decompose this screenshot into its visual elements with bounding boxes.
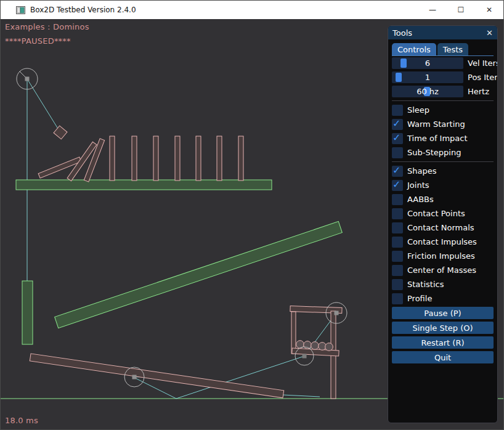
- checkbox-contact-impulses[interactable]: Contact Impulses: [392, 236, 494, 248]
- tools-panel-header[interactable]: Tools ✕: [388, 26, 497, 39]
- checkbox-box[interactable]: [392, 194, 403, 205]
- single-step-button[interactable]: Single Step (O): [392, 322, 494, 334]
- tab-bar: Controls Tests: [392, 43, 494, 56]
- checkbox-time-of-impact[interactable]: Time of Impact: [392, 132, 494, 144]
- app-icon: [16, 6, 25, 15]
- iteration-sliders: 6 Vel Iters 1 Pos Iters: [392, 57, 494, 97]
- example-label: Examples : Dominos: [5, 22, 89, 31]
- domino-platform: [16, 180, 272, 190]
- window-title: Box2D Testbed Version 2.4.0: [30, 6, 136, 14]
- vel-iters-slider[interactable]: 6: [392, 57, 463, 69]
- checkbox-box[interactable]: [392, 222, 403, 233]
- checkbox-contact-points[interactable]: Contact Points: [392, 208, 494, 219]
- action-buttons: Pause (P) Single Step (O) Restart (R) Qu…: [392, 307, 494, 363]
- panel-close-icon[interactable]: ✕: [486, 29, 493, 37]
- restart-button[interactable]: Restart (R): [392, 336, 494, 349]
- checkbox-center-of-masses[interactable]: Center of Masses: [392, 264, 494, 276]
- pulley-frame: [290, 306, 342, 399]
- hertz-row: 60 hz Hertz: [392, 86, 494, 97]
- checkbox-box[interactable]: [392, 166, 403, 177]
- checkbox-friction-impulses[interactable]: Friction Impulses: [392, 250, 494, 262]
- close-button[interactable]: ✕: [475, 1, 503, 19]
- checkbox-box[interactable]: [392, 251, 403, 262]
- checkbox-box[interactable]: [392, 133, 403, 144]
- tab-controls[interactable]: Controls: [392, 43, 436, 55]
- simulation-canvas[interactable]: Examples : Dominos ****PAUSED**** 18.0 m…: [1, 19, 504, 430]
- checkbox-box[interactable]: [392, 105, 403, 116]
- paused-label: ****PAUSED****: [5, 36, 71, 46]
- checkbox-joints[interactable]: Joints: [392, 179, 494, 191]
- quit-button[interactable]: Quit: [392, 351, 494, 363]
- pos-iters-value: 1: [392, 71, 463, 83]
- checkbox-sleep[interactable]: Sleep: [392, 104, 494, 116]
- frame-time-label: 18.0 ms: [5, 416, 38, 425]
- separator: [392, 161, 494, 162]
- hertz-value: 60 hz: [392, 86, 463, 97]
- title-bar: Box2D Testbed Version 2.4.0 — ☐ ✕: [1, 1, 503, 19]
- checkbox-box[interactable]: [392, 208, 403, 219]
- tools-panel-body: Controls Tests 6 Vel Iters 1: [388, 43, 497, 363]
- draw-options: Shapes Joints AABBs Contact Points: [392, 165, 494, 304]
- hertz-label: Hertz: [468, 87, 489, 96]
- solver-options: Sleep Warm Starting Time of Impact Sub-S…: [392, 104, 494, 158]
- checkbox-box[interactable]: [392, 293, 403, 304]
- vel-iters-value: 6: [392, 57, 463, 69]
- checkbox-sub-stepping[interactable]: Sub-Stepping: [392, 147, 494, 158]
- separator: [392, 100, 494, 101]
- vertical-board: [22, 281, 33, 344]
- vel-iters-label: Vel Iters: [468, 59, 498, 68]
- vel-iters-row: 6 Vel Iters: [392, 57, 494, 69]
- maximize-button[interactable]: ☐: [447, 1, 475, 19]
- tools-panel-title: Tools: [392, 28, 412, 38]
- fallen-dominos: [38, 139, 105, 182]
- checkbox-box[interactable]: [392, 180, 403, 191]
- tab-tests[interactable]: Tests: [437, 43, 468, 55]
- checkbox-shapes[interactable]: Shapes: [392, 165, 494, 177]
- hertz-slider[interactable]: 60 hz: [392, 86, 463, 97]
- window-controls: — ☐ ✕: [418, 1, 503, 19]
- checkbox-box[interactable]: [392, 147, 403, 158]
- minimize-button[interactable]: —: [418, 1, 447, 19]
- ramp-plank: [55, 221, 343, 328]
- pos-iters-slider[interactable]: 1: [392, 71, 463, 83]
- checkbox-box[interactable]: [392, 119, 403, 130]
- checkbox-aabbs[interactable]: AABBs: [392, 193, 494, 205]
- app-window: Box2D Testbed Version 2.4.0 — ☐ ✕: [0, 0, 504, 430]
- swinging-domino: [54, 126, 67, 139]
- pos-iters-row: 1 Pos Iters: [392, 71, 494, 83]
- pause-button[interactable]: Pause (P): [392, 307, 494, 319]
- standing-dominos: [110, 136, 243, 181]
- checkbox-warm-starting[interactable]: Warm Starting: [392, 118, 494, 130]
- checkbox-box[interactable]: [392, 265, 403, 276]
- checkbox-statistics[interactable]: Statistics: [392, 278, 494, 290]
- tools-panel: Tools ✕ Controls Tests 6 Vel Iters: [388, 25, 498, 423]
- checkbox-box[interactable]: [392, 279, 403, 290]
- pos-iters-label: Pos Iters: [468, 73, 498, 82]
- checkbox-box[interactable]: [392, 237, 403, 248]
- checkbox-profile[interactable]: Profile: [392, 293, 494, 304]
- checkbox-contact-normals[interactable]: Contact Normals: [392, 222, 494, 233]
